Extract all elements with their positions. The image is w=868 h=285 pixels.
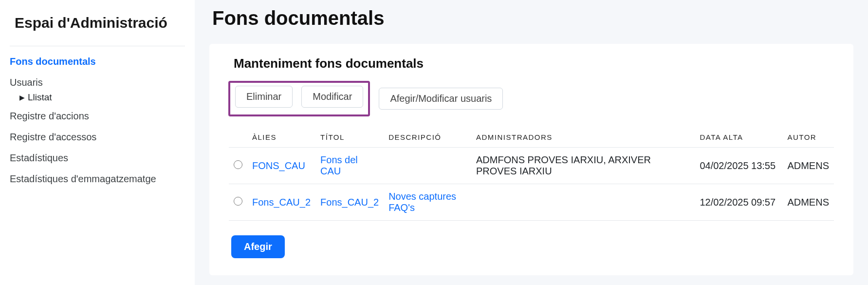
sidebar-item-registre-accions[interactable]: Registre d'accions bbox=[10, 106, 185, 127]
triangle-right-icon: ▶ bbox=[19, 94, 25, 101]
add-button[interactable]: Afegir bbox=[231, 235, 285, 258]
cell-alias-link[interactable]: FONS_CAU bbox=[252, 160, 305, 171]
sidebar-subitem-llistat[interactable]: ▶ Llistat bbox=[10, 89, 185, 106]
sidebar-item-registre-accessos[interactable]: Registre d'accessos bbox=[10, 127, 185, 148]
sidebar-item-estadistiques[interactable]: Estadístiques bbox=[10, 148, 185, 169]
cell-author: ADMENS bbox=[782, 184, 834, 221]
sidebar: Espai d'Administració Fons documentals U… bbox=[0, 0, 195, 285]
cell-title-link[interactable]: Fons del CAU bbox=[320, 154, 358, 176]
table-row: FONS_CAU Fons del CAU ADMFONS PROVES IAR… bbox=[229, 148, 834, 184]
highlight-box: Eliminar Modificar bbox=[228, 81, 370, 116]
sidebar-item-estadistiques-emmagatzematge[interactable]: Estadístiques d'emmagatzematge bbox=[10, 169, 185, 190]
sidebar-title: Espai d'Administració bbox=[10, 15, 185, 46]
row-radio[interactable] bbox=[234, 160, 242, 169]
table-row: Fons_CAU_2 Fons_CAU_2 Noves captures FAQ… bbox=[229, 184, 834, 221]
sidebar-subitem-label: Llistat bbox=[28, 92, 52, 103]
main-content: Fons documentals Manteniment fons docume… bbox=[195, 0, 868, 285]
table-header-title: Títol bbox=[315, 127, 384, 148]
cell-author: ADMENS bbox=[782, 148, 834, 184]
fons-table: Àlies Títol Descripció Administradors Da… bbox=[229, 127, 834, 221]
delete-button[interactable]: Eliminar bbox=[235, 86, 293, 108]
add-modify-users-button[interactable]: Afegir/Modificar usuaris bbox=[379, 88, 503, 110]
cell-created: 04/02/2025 13:55 bbox=[695, 148, 782, 184]
panel-title: Manteniment fons documentals bbox=[229, 56, 834, 71]
page-title: Fons documentals bbox=[209, 7, 853, 29]
sidebar-nav: Fons documentals Usuaris ▶ Llistat Regis… bbox=[10, 51, 185, 190]
cell-description-link[interactable]: Noves captures FAQ's bbox=[388, 191, 456, 213]
panel-manteniment: Manteniment fons documentals Eliminar Mo… bbox=[209, 44, 853, 275]
cell-admins: ADMFONS PROVES IARXIU, ARXIVER PROVES IA… bbox=[471, 148, 695, 184]
cell-alias-link[interactable]: Fons_CAU_2 bbox=[252, 197, 311, 208]
table-header-admins: Administradors bbox=[471, 127, 695, 148]
row-radio[interactable] bbox=[234, 197, 242, 206]
sidebar-item-usuaris[interactable]: Usuaris bbox=[10, 72, 185, 89]
action-button-row: Eliminar Modificar Afegir/Modificar usua… bbox=[229, 81, 834, 116]
table-header-created: Data alta bbox=[695, 127, 782, 148]
modify-button[interactable]: Modificar bbox=[301, 86, 363, 108]
table-header-select bbox=[229, 127, 247, 148]
cell-created: 12/02/2025 09:57 bbox=[695, 184, 782, 221]
sidebar-item-fons-documentals[interactable]: Fons documentals bbox=[10, 51, 185, 72]
table-header-author: Autor bbox=[782, 127, 834, 148]
cell-title-link[interactable]: Fons_CAU_2 bbox=[320, 197, 379, 208]
cell-admins bbox=[471, 184, 695, 221]
table-header-description: Descripció bbox=[384, 127, 471, 148]
table-header-alias: Àlies bbox=[247, 127, 315, 148]
